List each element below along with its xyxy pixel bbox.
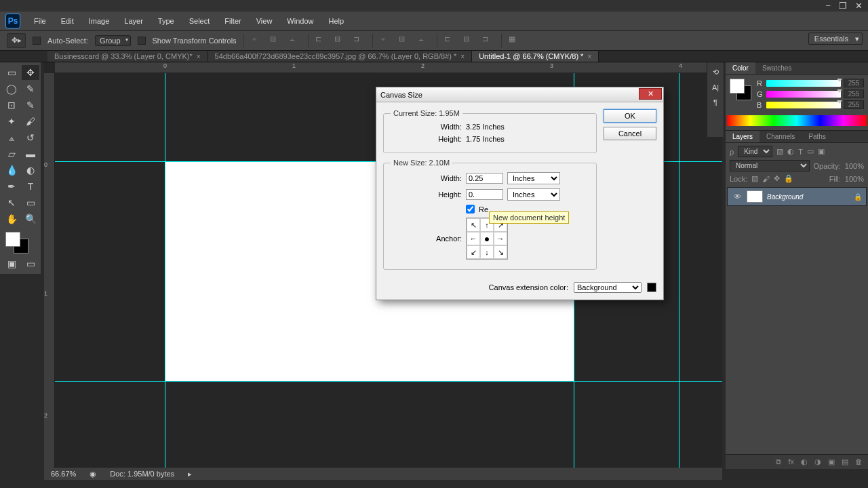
distribute-hcenter-icon[interactable]: ⊟ [463,35,475,47]
foreground-color[interactable] [5,232,20,247]
auto-select-checkbox[interactable] [33,37,41,45]
minimize-icon[interactable]: − [825,1,831,11]
link-layers-icon[interactable]: ⧉ [776,458,781,466]
shape-tool[interactable]: ▭ [22,195,39,210]
dialog-titlebar[interactable]: Canvas Size ✕ [376,87,663,102]
layer-thumbnail[interactable] [747,190,763,203]
anchor-sw[interactable]: ↙ [467,245,480,259]
color-spectrum[interactable] [727,115,867,126]
type-tool[interactable]: T [22,179,39,194]
r-value[interactable]: 255 [844,79,864,87]
distribute-left-icon[interactable]: ⊏ [444,35,456,47]
g-value[interactable]: 255 [844,89,864,98]
exposure-icon[interactable]: ◉ [90,470,96,479]
lock-pixels-icon[interactable]: 🖌 [762,175,770,183]
filter-pixel-icon[interactable]: ▧ [776,147,783,156]
anchor-s[interactable]: ↓ [480,245,494,259]
ok-button[interactable]: OK [604,109,656,123]
maximize-icon[interactable]: ❐ [839,1,847,11]
close-icon[interactable]: × [460,53,465,60]
align-top-icon[interactable]: ⫟ [251,35,263,47]
tab-image[interactable]: 54db66a400f723d6893ee23cc89c3957.jpg @ 6… [208,51,473,62]
tab-layers[interactable]: Layers [726,131,760,142]
quickmask-tool[interactable]: ▣ [3,256,20,271]
layer-kind-filter[interactable]: Kind [738,146,772,157]
paragraph-icon[interactable]: ¶ [713,98,717,106]
g-slider[interactable] [766,91,841,98]
fill-value[interactable]: 100% [845,175,864,183]
pen-tool[interactable]: ✒ [3,179,20,194]
cancel-button[interactable]: Cancel [604,127,656,140]
anchor-w[interactable]: ← [467,232,480,245]
blend-mode-select[interactable]: Normal [730,160,810,171]
anchor-nw[interactable]: ↖ [467,218,480,232]
blur-tool[interactable]: 💧 [3,163,20,178]
distribute-top-icon[interactable]: ⫟ [380,35,392,47]
close-icon[interactable]: × [197,53,201,60]
fg-swatch[interactable] [730,79,745,94]
delete-icon[interactable]: 🗑 [855,458,863,466]
opacity-value[interactable]: 100% [845,162,864,170]
healing-tool[interactable]: ✦ [3,114,20,129]
lock-position-icon[interactable]: ✥ [774,174,780,183]
brush-tool[interactable]: 🖌 [22,114,39,129]
tab-swatches[interactable]: Swatches [755,62,798,74]
anchor-e[interactable]: → [494,232,507,245]
fx-icon[interactable]: fx [788,458,794,466]
ext-color-swatch[interactable] [647,283,656,292]
align-right-icon[interactable]: ⊐ [353,35,366,47]
width-input[interactable] [466,173,503,184]
relative-checkbox[interactable] [466,205,475,214]
menu-layer[interactable]: Layer [117,14,150,28]
distribute-bottom-icon[interactable]: ⫠ [418,35,430,47]
eyedropper-tool[interactable]: ✎ [22,98,39,113]
b-slider[interactable] [766,102,841,108]
menu-window[interactable]: Window [280,14,320,28]
guide-vertical[interactable] [679,73,679,469]
tab-channels[interactable]: Channels [760,131,802,142]
filter-shape-icon[interactable]: ▭ [807,147,814,156]
filter-adjust-icon[interactable]: ◐ [787,147,794,156]
filter-type-icon[interactable]: T [798,148,803,156]
transform-checkbox[interactable] [138,37,146,45]
align-hcenter-icon[interactable]: ⊟ [334,35,347,47]
gradient-tool[interactable]: ▬ [22,146,39,161]
tab-paths[interactable]: Paths [802,131,833,142]
align-bottom-icon[interactable]: ⫠ [289,35,301,47]
screenmode-tool[interactable]: ▭ [22,256,39,271]
move-tool[interactable]: ✥ [22,65,39,80]
menu-image[interactable]: Image [82,14,117,28]
doc-info[interactable]: Doc: 1.95M/0 bytes [110,470,174,478]
marquee-tool[interactable]: ▭ [3,65,20,80]
history-icon[interactable]: ⟲ [713,68,719,77]
ruler-vertical[interactable]: 0 1 2 [44,73,55,469]
guide-vertical[interactable] [165,73,165,469]
menu-view[interactable]: View [250,14,279,28]
distribute-vcenter-icon[interactable]: ⊟ [399,35,411,47]
tab-businesscard[interactable]: Businesscard @ 33.3% (Layer 0, CMYK)*× [47,51,208,62]
auto-align-icon[interactable]: ▦ [509,35,521,47]
tab-color[interactable]: Color [726,62,755,74]
group-icon[interactable]: ▣ [828,458,835,466]
ruler-horizontal[interactable]: 0 1 2 3 4 [55,62,722,73]
dodge-tool[interactable]: ◐ [22,163,39,178]
menu-type[interactable]: Type [151,14,181,28]
new-layer-icon[interactable]: ▤ [842,458,848,466]
lock-transparent-icon[interactable]: ▧ [751,174,758,183]
history-brush-tool[interactable]: ↺ [22,130,39,145]
filter-smart-icon[interactable]: ▣ [818,147,825,156]
color-preview[interactable] [730,79,751,100]
align-left-icon[interactable]: ⊏ [315,35,328,47]
menu-select[interactable]: Select [182,14,217,28]
close-icon[interactable]: ✕ [855,1,863,11]
close-icon[interactable]: × [587,53,591,60]
height-unit-select[interactable]: Inches [507,188,560,201]
visibility-icon[interactable]: 👁 [732,192,743,201]
lock-all-icon[interactable]: 🔒 [784,174,793,183]
menu-help[interactable]: Help [321,14,351,28]
stamp-tool[interactable]: ⟁ [3,130,20,145]
menu-filter[interactable]: Filter [218,14,248,28]
width-unit-select[interactable]: Inches [507,172,560,184]
dialog-close-button[interactable]: ✕ [639,88,662,100]
zoom-tool[interactable]: 🔍 [22,211,39,226]
